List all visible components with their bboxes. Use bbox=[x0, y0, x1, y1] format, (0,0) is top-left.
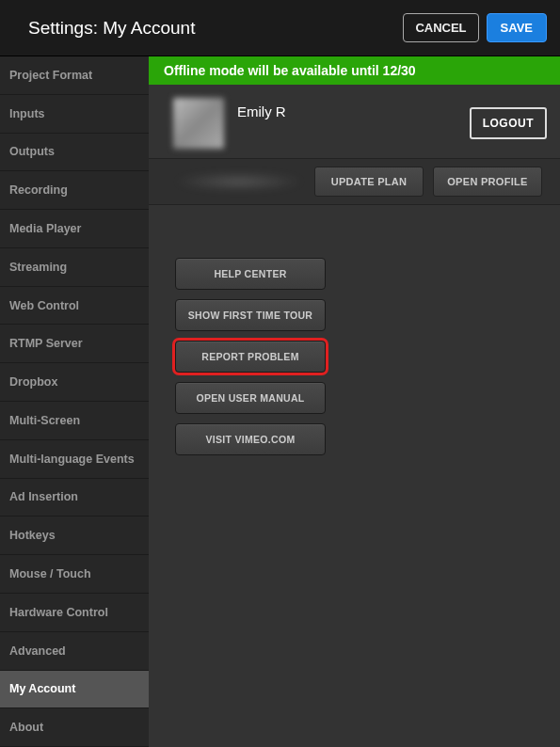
profile-name: Emily R bbox=[237, 103, 456, 119]
help-center-button[interactable]: HELP CENTER bbox=[175, 258, 326, 290]
header-bar: Settings: My Account CANCEL SAVE bbox=[0, 0, 560, 56]
sidebar: Project FormatInputsOutputsRecordingMedi… bbox=[0, 56, 149, 747]
sidebar-item-dropbox[interactable]: Dropbox bbox=[0, 363, 149, 402]
cancel-button[interactable]: CANCEL bbox=[403, 13, 478, 42]
open-user-manual-button[interactable]: OPEN USER MANUAL bbox=[175, 382, 326, 414]
body: Project FormatInputsOutputsRecordingMedi… bbox=[0, 56, 560, 747]
report-problem-button[interactable]: REPORT PROBLEM bbox=[175, 341, 326, 373]
sidebar-item-project-format[interactable]: Project Format bbox=[0, 56, 149, 95]
sidebar-item-mouse-touch[interactable]: Mouse / Touch bbox=[0, 555, 149, 594]
sidebar-item-advanced[interactable]: Advanced bbox=[0, 632, 149, 671]
logout-button[interactable]: LOGOUT bbox=[470, 107, 547, 139]
sidebar-item-web-control[interactable]: Web Control bbox=[0, 287, 149, 326]
sidebar-item-inputs[interactable]: Inputs bbox=[0, 95, 149, 134]
sidebar-item-hardware-control[interactable]: Hardware Control bbox=[0, 594, 149, 632]
update-plan-button[interactable]: UPDATE PLAN bbox=[314, 167, 424, 197]
show-first-time-tour-button[interactable]: SHOW FIRST TIME TOUR bbox=[175, 299, 326, 331]
sidebar-item-hotkeys[interactable]: Hotkeys bbox=[0, 517, 149, 555]
sidebar-item-my-account[interactable]: My Account bbox=[0, 671, 149, 709]
main-panel: Offline mode will be available until 12/… bbox=[149, 56, 560, 747]
sidebar-item-streaming[interactable]: Streaming bbox=[0, 248, 149, 287]
sidebar-item-rtmp-server[interactable]: RTMP Server bbox=[0, 325, 149, 363]
profile-row: Emily R LOGOUT bbox=[149, 85, 560, 158]
open-profile-button[interactable]: OPEN PROFILE bbox=[433, 167, 542, 197]
offline-banner: Offline mode will be available until 12/… bbox=[149, 56, 560, 85]
avatar bbox=[173, 98, 224, 149]
plan-row: UPDATE PLAN OPEN PROFILE bbox=[149, 158, 560, 205]
page-title: Settings: My Account bbox=[28, 18, 195, 39]
save-button[interactable]: SAVE bbox=[487, 13, 547, 42]
visit-vimeo-com-button[interactable]: VISIT VIMEO.COM bbox=[175, 423, 326, 455]
sidebar-item-multi-screen[interactable]: Multi-Screen bbox=[0, 402, 149, 440]
sidebar-item-recording[interactable]: Recording bbox=[0, 171, 149, 210]
sidebar-item-about[interactable]: About bbox=[0, 708, 149, 747]
sidebar-item-multi-language-events[interactable]: Multi-language Events bbox=[0, 440, 149, 479]
sidebar-item-outputs[interactable]: Outputs bbox=[0, 134, 149, 172]
sidebar-item-ad-insertion[interactable]: Ad Insertion bbox=[0, 479, 149, 517]
plan-label-blurred bbox=[173, 172, 305, 191]
sidebar-item-media-player[interactable]: Media Player bbox=[0, 210, 149, 248]
header-buttons: CANCEL SAVE bbox=[403, 13, 547, 42]
action-list: HELP CENTERSHOW FIRST TIME TOURREPORT PR… bbox=[149, 205, 560, 455]
